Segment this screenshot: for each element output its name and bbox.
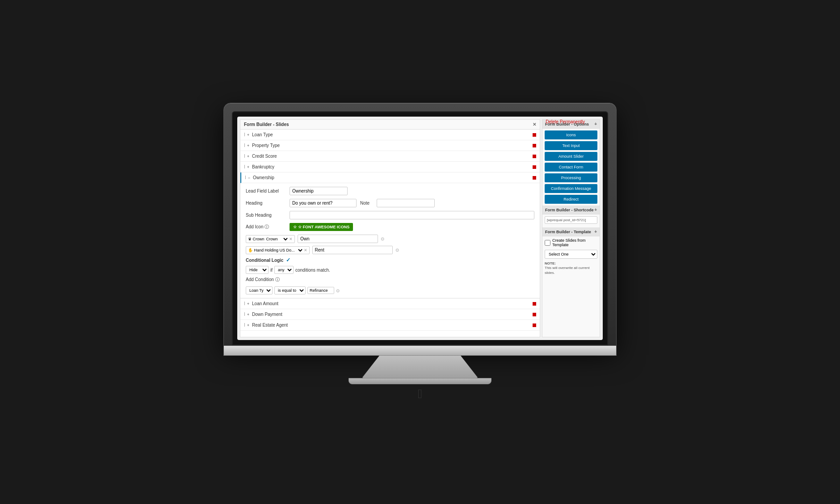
template-panel-header: Form Builder - Template + xyxy=(542,227,600,236)
subheading-input[interactable] xyxy=(290,211,534,219)
drag-handle-icon: I xyxy=(244,154,245,159)
note-title: NOTE: xyxy=(545,261,556,265)
contact-form-button[interactable]: Contact Form xyxy=(545,163,597,172)
arrow-toggle-icon[interactable]: + xyxy=(247,143,249,148)
delete-permanently-link[interactable]: Delete Permanently xyxy=(546,119,585,124)
template-select[interactable]: Select One xyxy=(545,250,597,259)
drag-handle-icon: I xyxy=(244,132,245,137)
redirect-button[interactable]: Redirect xyxy=(545,195,597,204)
condition-operator-select[interactable]: is equal to xyxy=(274,286,306,294)
crown-icon: ♛ Crown xyxy=(248,237,265,241)
options-panel: Form Builder - Options + Icons Text Inpu… xyxy=(542,120,600,204)
icon-select-wrap-2: ✋ Hand Holding US Do... Hand Holding US … xyxy=(246,246,310,254)
slide-label: Loan Amount xyxy=(252,301,533,306)
remove-icon-x-2[interactable]: ✕ xyxy=(304,248,307,252)
template-note: NOTE: This will overwrite all current sl… xyxy=(542,260,600,277)
template-panel: Form Builder - Template + Create Slides … xyxy=(542,227,600,277)
icon-select-wrap-1: ♛ Crown Crown ✕ xyxy=(246,235,295,243)
add-icon-label: Add Icon ⓘ xyxy=(246,224,286,230)
slide-row[interactable]: I + Property Type xyxy=(240,140,540,151)
options-close-icon[interactable]: + xyxy=(594,122,597,126)
shortcode-input[interactable] xyxy=(545,216,597,224)
condition-field-select[interactable]: Loan Type xyxy=(246,286,273,294)
arrow-toggle-icon[interactable]: − xyxy=(248,176,250,180)
slide-label: Loan Type xyxy=(252,132,533,137)
slide-row[interactable]: I + Real Estate Agent xyxy=(240,320,540,331)
delete-slide-icon[interactable] xyxy=(533,155,536,158)
subheading-label: Sub Heading xyxy=(246,213,286,218)
main-panel: Form Builder - Slides ✕ I + Loan Type I xyxy=(240,119,540,337)
delete-slide-icon[interactable] xyxy=(533,144,536,147)
slide-label: Down Payment xyxy=(252,312,533,317)
screen: Delete Permanently Form Builder - Slides… xyxy=(237,117,603,340)
amount-slider-button[interactable]: Amount Slider xyxy=(545,152,597,161)
delete-slide-icon[interactable] xyxy=(533,176,536,180)
shortcode-close-icon[interactable]: + xyxy=(594,207,597,212)
heading-input[interactable] xyxy=(290,199,357,207)
remove-row-icon-2[interactable]: ⊙ xyxy=(395,248,399,252)
arrow-toggle-icon[interactable]: + xyxy=(247,154,249,159)
main-panel-header: Form Builder - Slides ✕ xyxy=(240,120,540,130)
delete-slide-icon[interactable] xyxy=(533,313,536,316)
star-icon: ☆ xyxy=(293,225,297,229)
icon-select-1[interactable]: Crown xyxy=(265,236,289,242)
slide-row-active[interactable]: I − Ownership xyxy=(240,172,540,183)
add-condition-row: Add Condition ⓘ xyxy=(246,277,534,283)
condition-value-input[interactable] xyxy=(307,287,334,294)
slide-row[interactable]: I + Loan Type xyxy=(240,130,540,140)
slide-row[interactable]: I + Credit Score xyxy=(240,151,540,162)
remove-condition-icon[interactable]: ⊙ xyxy=(336,288,340,293)
icon-select-2[interactable]: Hand Holding US Do... xyxy=(295,248,304,253)
hand-holding-icon: ✋ Hand Holding US Do... xyxy=(248,248,295,252)
font-awesome-button[interactable]: ☆ ☆ FONT AWESOME ICONS xyxy=(290,223,353,231)
drag-handle-icon: I xyxy=(244,164,245,169)
apple-logo:  xyxy=(418,387,422,401)
slide-label: Credit Score xyxy=(252,154,533,159)
hide-select[interactable]: Hide Show xyxy=(246,266,269,274)
delete-slide-icon[interactable] xyxy=(533,302,536,306)
drag-handle-icon: I xyxy=(245,175,246,180)
icon-row-2: ✋ Hand Holding US Do... Hand Holding US … xyxy=(246,246,534,254)
condition-row: Loan Type is equal to ⊙ xyxy=(246,286,534,294)
arrow-toggle-icon[interactable]: + xyxy=(247,323,249,328)
text-input-button[interactable]: Text Input xyxy=(545,141,597,150)
slide-row[interactable]: I + Loan Amount xyxy=(240,298,540,309)
shortcode-panel: Form Builder - Shortcode + xyxy=(542,206,600,226)
drag-handle-icon: I xyxy=(244,323,245,328)
slide-row[interactable]: I + Down Payment xyxy=(240,309,540,320)
delete-slide-icon[interactable] xyxy=(533,165,536,169)
font-awesome-label: ☆ FONT AWESOME ICONS xyxy=(298,225,349,229)
remove-row-icon-1[interactable]: ⊙ xyxy=(381,236,384,241)
template-close-icon[interactable]: + xyxy=(594,229,597,234)
icons-button[interactable]: Icons xyxy=(545,130,597,139)
logic-row: Hide Show if any all conditions match. xyxy=(246,266,534,274)
processing-button[interactable]: Processing xyxy=(545,173,597,182)
any-select[interactable]: any all xyxy=(274,266,294,274)
arrow-toggle-icon[interactable]: + xyxy=(247,302,249,306)
create-slides-checkbox[interactable] xyxy=(545,240,550,246)
arrow-toggle-icon[interactable]: + xyxy=(247,312,249,317)
lead-field-input[interactable] xyxy=(290,187,348,195)
main-panel-close-icon[interactable]: ✕ xyxy=(533,122,536,127)
delete-slide-icon[interactable] xyxy=(533,323,536,327)
app-container: Form Builder - Slides ✕ I + Loan Type I xyxy=(237,117,603,340)
shortcode-panel-title: Form Builder - Shortcode xyxy=(545,208,594,212)
arrow-toggle-icon[interactable]: + xyxy=(247,165,249,169)
arrow-toggle-icon[interactable]: + xyxy=(247,133,249,137)
note-input[interactable] xyxy=(377,199,435,207)
create-slides-row: Create Slides from Template xyxy=(542,236,600,249)
delete-slide-icon[interactable] xyxy=(533,133,536,137)
monitor-base xyxy=(349,378,491,384)
slide-label-active: Ownership xyxy=(253,175,533,180)
lead-field-row: Lead Field Label xyxy=(246,187,534,195)
conditional-logic-label: Conditional Logic xyxy=(246,258,283,263)
icon-text-2[interactable] xyxy=(312,246,393,254)
monitor-chin xyxy=(223,346,617,356)
add-icon-row: Add Icon ⓘ ☆ ☆ FONT AWESOME ICONS xyxy=(246,223,534,231)
confirmation-message-button[interactable]: Confirmation Message xyxy=(545,184,597,193)
conditional-logic-section: Conditional Logic ✓ xyxy=(246,257,534,263)
remove-icon-x-1[interactable]: ✕ xyxy=(289,237,293,241)
slide-row[interactable]: I + Bankruptcy xyxy=(240,162,540,172)
icon-text-1[interactable] xyxy=(298,235,378,243)
subheading-row: Sub Heading xyxy=(246,211,534,219)
